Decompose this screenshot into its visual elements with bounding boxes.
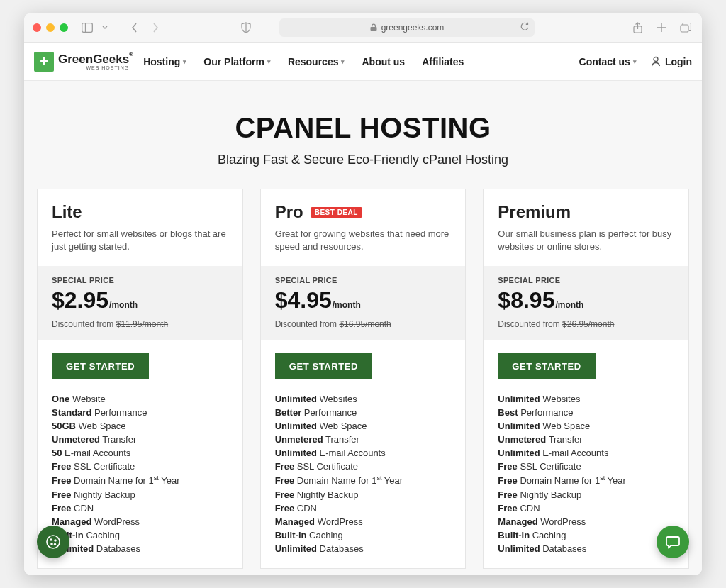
feature-item: Built-in Caching	[275, 528, 452, 542]
plan-title: Premium	[498, 202, 571, 222]
feature-item: Unlimited Web Space	[275, 419, 452, 433]
refresh-icon[interactable]	[520, 22, 529, 33]
logo-brand-name: GreenGeeks	[58, 53, 129, 65]
feature-item: Standard Performance	[52, 406, 228, 419]
nav-item-our-platform[interactable]: Our Platform▾	[203, 56, 271, 67]
login-link[interactable]: Login	[651, 56, 692, 67]
feature-item: Free CDN	[275, 501, 452, 515]
feature-item: Free SSL Certificate	[275, 460, 452, 473]
feature-item: Best Performance	[498, 406, 674, 419]
svg-point-4	[654, 57, 658, 62]
feature-item: Free Domain Name for 1st Year	[498, 473, 674, 487]
plan-price: $4.95	[275, 287, 332, 314]
nav-forward-button[interactable]	[147, 20, 163, 35]
chevron-down-icon: ▾	[267, 58, 271, 65]
nav-item-resources[interactable]: Resources▾	[288, 56, 345, 67]
feature-item: Free SSL Certificate	[52, 460, 228, 473]
feature-item: Free CDN	[52, 501, 228, 515]
nav-item-affiliates[interactable]: Affiliates	[422, 56, 464, 67]
feature-item: Free Domain Name for 1st Year	[52, 473, 228, 487]
nav-item-hosting[interactable]: Hosting▾	[143, 56, 186, 67]
hero: CPANEL HOSTING Blazing Fast & Secure Eco…	[24, 81, 702, 189]
nav-item-label: Hosting	[143, 56, 180, 67]
browser-titlebar: greengeeks.com	[24, 13, 702, 43]
special-price-label: SPECIAL PRICE	[275, 276, 452, 284]
get-started-button[interactable]: GET STARTED	[52, 353, 149, 379]
logo[interactable]: + GreenGeeks WEB HOSTING	[34, 52, 129, 72]
new-tab-icon[interactable]	[654, 20, 669, 35]
feature-item: Unlimited Web Space	[498, 419, 674, 433]
plan-card-pro: ProBEST DEALGreat for growing websites t…	[260, 189, 467, 569]
address-bar[interactable]: greengeeks.com	[279, 18, 535, 37]
browser-window: greengeeks.com + GreenGeeks	[24, 13, 702, 575]
chevron-down-icon: ▾	[341, 58, 345, 65]
special-price-label: SPECIAL PRICE	[498, 276, 674, 284]
feature-item: 50GB Web Space	[52, 419, 228, 433]
plan-card-lite: LitePerfect for small websites or blogs …	[37, 189, 243, 569]
nav-back-button[interactable]	[126, 20, 142, 35]
chat-icon	[665, 534, 681, 550]
chevron-down-icon: ▾	[633, 58, 637, 65]
plan-price: $2.95	[52, 287, 108, 314]
feature-item: Unlimited Databases	[498, 542, 674, 555]
feature-item: Unmetered Transfer	[275, 433, 452, 446]
feature-item: Unlimited E-mail Accounts	[275, 446, 452, 460]
feature-item: Unmetered Transfer	[498, 433, 674, 446]
special-price-label: SPECIAL PRICE	[52, 276, 228, 284]
traffic-lights	[33, 23, 68, 32]
chevron-down-icon[interactable]	[101, 20, 109, 35]
logo-mark-icon: +	[34, 52, 54, 72]
window-close-button[interactable]	[33, 23, 41, 32]
nav-item-label: Our Platform	[203, 56, 264, 67]
feature-item: Managed WordPress	[498, 515, 674, 528]
svg-point-9	[55, 544, 56, 545]
sidebar-toggle-icon[interactable]	[79, 20, 95, 35]
feature-item: Managed WordPress	[275, 515, 452, 528]
chevron-down-icon: ▾	[183, 58, 186, 65]
feature-list: Unlimited WebsitesBetter PerformanceUnli…	[275, 392, 452, 555]
main-nav: Hosting▾Our Platform▾Resources▾About usA…	[143, 56, 464, 67]
feature-item: Unlimited Websites	[275, 392, 452, 406]
feature-item: Better Performance	[275, 406, 452, 419]
get-started-button[interactable]: GET STARTED	[498, 353, 595, 379]
best-deal-badge: BEST DEAL	[311, 207, 362, 218]
window-zoom-button[interactable]	[60, 23, 68, 32]
svg-rect-0	[82, 23, 93, 32]
nav-item-label: Affiliates	[422, 56, 464, 67]
feature-item: Free Nightly Backup	[275, 488, 452, 501]
share-icon[interactable]	[630, 20, 645, 35]
per-month-label: /month	[333, 300, 361, 310]
discount-line: Discounted from $11.95/month	[52, 319, 228, 329]
feature-item: Managed WordPress	[52, 515, 228, 528]
feature-item: Free Nightly Backup	[52, 488, 228, 501]
chat-button[interactable]	[657, 526, 689, 558]
feature-item: Built-in Caching	[498, 528, 674, 542]
feature-item: One Website	[52, 392, 228, 406]
feature-item: Free CDN	[498, 501, 674, 515]
cookie-settings-button[interactable]	[37, 526, 69, 558]
nav-item-about-us[interactable]: About us	[362, 56, 405, 67]
nav-item-label: Resources	[288, 56, 339, 67]
plan-description: Great for growing websites that need mor…	[275, 228, 452, 253]
plan-title: Lite	[52, 202, 82, 222]
svg-point-7	[55, 540, 56, 541]
feature-item: Unmetered Transfer	[52, 433, 228, 446]
feature-item: Free Nightly Backup	[498, 488, 674, 501]
feature-item: Unlimited Databases	[52, 542, 228, 555]
feature-item: Free Domain Name for 1st Year	[275, 473, 452, 487]
page-content: + GreenGeeks WEB HOSTING Hosting▾Our Pla…	[24, 43, 702, 575]
svg-point-5	[47, 536, 60, 548]
get-started-button[interactable]: GET STARTED	[275, 353, 372, 379]
shield-icon[interactable]	[238, 20, 254, 35]
svg-point-8	[51, 543, 52, 545]
discount-line: Discounted from $26.95/month	[498, 319, 674, 329]
page-title: CPANEL HOSTING	[24, 112, 702, 144]
per-month-label: /month	[555, 300, 583, 310]
svg-point-6	[50, 539, 52, 540]
feature-item: Unlimited Websites	[498, 392, 674, 406]
tabs-overview-icon[interactable]	[678, 20, 693, 35]
login-label: Login	[665, 56, 692, 67]
per-month-label: /month	[109, 300, 138, 310]
nav-contact[interactable]: Contact us ▾	[579, 56, 637, 67]
window-minimize-button[interactable]	[46, 23, 55, 32]
